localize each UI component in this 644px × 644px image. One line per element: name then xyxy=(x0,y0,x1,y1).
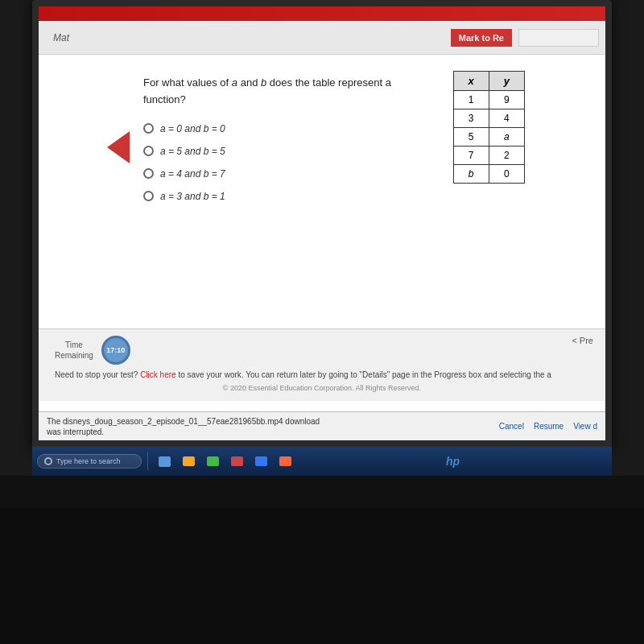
prev-button[interactable]: < Pre xyxy=(572,336,593,345)
save-link[interactable]: Click here xyxy=(140,370,175,379)
radio-2[interactable] xyxy=(143,146,154,156)
view-download-button[interactable]: View d xyxy=(573,422,597,431)
laptop-base xyxy=(0,476,644,644)
taskbar-icon-store[interactable] xyxy=(226,451,247,472)
resume-download-button[interactable]: Resume xyxy=(534,422,564,431)
table-header-x: x xyxy=(453,72,489,91)
radio-3[interactable] xyxy=(143,168,154,179)
screen-bezel: Mat Mark to Re For what values of a and … xyxy=(32,0,612,447)
answer-option-4[interactable]: a = 3 and b = 1 xyxy=(143,191,581,202)
table-row: 1 9 xyxy=(453,91,524,109)
download-bar: The disneys_doug_season_2_episode_01__57… xyxy=(39,411,605,440)
question-text: For what values of a and b does the tabl… xyxy=(143,75,417,109)
data-table: x y 1 9 3 4 5 a xyxy=(453,71,525,184)
radio-1[interactable] xyxy=(143,123,154,134)
table-row: 5 a xyxy=(453,128,524,147)
taskbar-divider xyxy=(147,452,148,470)
taskbar-icon-mail[interactable] xyxy=(250,451,271,472)
answer-text-1: a = 0 and b = 0 xyxy=(160,123,225,134)
radio-4[interactable] xyxy=(143,191,154,201)
taskbar-search-text: Type here to search xyxy=(56,457,121,465)
answer-text-2: a = 5 and b = 5 xyxy=(160,146,225,157)
answer-text-3: a = 4 and b = 7 xyxy=(160,168,225,180)
table-row: 3 4 xyxy=(453,109,524,128)
taskbar-icon-browser[interactable] xyxy=(202,451,223,472)
timer-circle: 17:10 xyxy=(101,336,130,365)
cancel-download-button[interactable]: Cancel xyxy=(499,422,524,431)
prev-arrow[interactable] xyxy=(107,131,130,163)
taskbar-icon-photos[interactable] xyxy=(275,451,295,472)
taskbar-icon-cortana[interactable] xyxy=(154,451,175,472)
mark-to-review-button[interactable]: Mark to Re xyxy=(451,29,512,47)
top-bar xyxy=(39,6,605,21)
header-title: Mat xyxy=(53,32,69,43)
download-info: The disneys_doug_season_2_episode_01__57… xyxy=(47,416,491,437)
question-area: For what values of a and b does the tabl… xyxy=(39,55,605,328)
timer-label: Time Remaining xyxy=(55,340,93,361)
header-bar: Mat Mark to Re xyxy=(39,21,605,55)
table-header-y: y xyxy=(489,72,524,91)
copyright: © 2020 Essential Education Corporation. … xyxy=(55,384,589,392)
answer-text-4: a = 3 and b = 1 xyxy=(160,191,225,202)
hp-logo: hp xyxy=(446,455,460,468)
screen-content: Mat Mark to Re For what values of a and … xyxy=(39,6,605,440)
taskbar: Type here to search hp xyxy=(32,447,612,476)
table-row: b 0 xyxy=(453,165,524,184)
table-row: 7 2 xyxy=(453,147,524,165)
taskbar-search[interactable]: Type here to search xyxy=(37,454,142,469)
download-actions: Cancel Resume View d xyxy=(499,422,597,431)
save-notice: Need to stop your test? Click here to sa… xyxy=(55,369,589,381)
bottom-bar: Time Remaining 17:10 < Pre Need to stop … xyxy=(39,328,605,401)
taskbar-icon-file-explorer[interactable] xyxy=(178,451,199,472)
search-icon xyxy=(44,457,52,465)
